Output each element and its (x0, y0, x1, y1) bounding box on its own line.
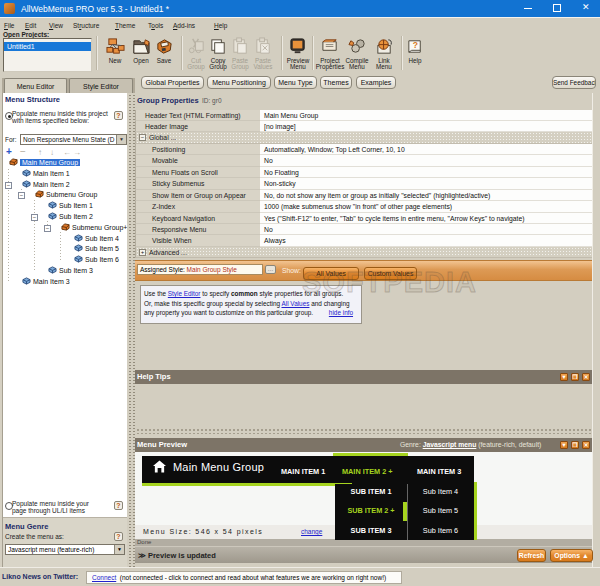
svg-text:?: ? (412, 40, 417, 50)
